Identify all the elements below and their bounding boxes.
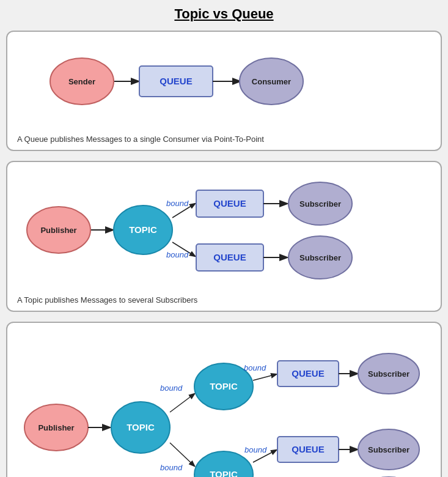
topic3-3-label: TOPIC <box>210 469 238 477</box>
svg-line-22 <box>253 374 276 380</box>
diagram1-box: Sender QUEUE Consumer A Queue publishes … <box>6 31 442 151</box>
bound3-2: bound <box>160 463 183 472</box>
topic2-label: TOPIC <box>129 224 157 235</box>
page-title: Topic vs Queue <box>6 6 442 22</box>
diagram2-box: Publisher TOPIC bound QUEUE Subscriber b… <box>6 161 442 312</box>
queue1-label: QUEUE <box>160 76 192 86</box>
queue3-1-label: QUEUE <box>292 368 324 379</box>
consumer-label: Consumer <box>252 77 291 86</box>
diagram3-svg: Publisher TOPIC bound bound TOPIC bound … <box>15 333 442 477</box>
queue3-2-label: QUEUE <box>292 444 324 454</box>
topic3-2-label: TOPIC <box>210 381 238 391</box>
svg-line-19 <box>170 394 194 412</box>
sender-label: Sender <box>68 77 95 86</box>
diagram1-svg: Sender QUEUE Consumer <box>15 42 430 127</box>
diagram3-box: Publisher TOPIC bound bound TOPIC bound … <box>6 322 442 477</box>
queue2-1-label: QUEUE <box>213 198 246 209</box>
topic3-1-label: TOPIC <box>127 422 155 432</box>
diagram2-caption: A Topic publishes Messages to several Su… <box>15 295 433 305</box>
bound3-1: bound <box>160 383 183 393</box>
diagram1-caption: A Queue publishes Messages to a single C… <box>15 135 433 144</box>
subscriber3-1-label: Subscriber <box>368 369 409 379</box>
bound2-1: bound <box>166 199 189 208</box>
diagram2-svg: Publisher TOPIC bound QUEUE Subscriber b… <box>15 172 430 288</box>
publisher3-label: Publisher <box>38 423 74 432</box>
bound3-4: bound <box>244 445 267 454</box>
bound2-2: bound <box>166 250 189 259</box>
queue2-2-label: QUEUE <box>213 252 246 262</box>
subscriber2-1-label: Subscriber <box>299 199 341 209</box>
subscriber2-2-label: Subscriber <box>299 253 341 262</box>
subscriber3-2-label: Subscriber <box>368 445 409 454</box>
bound3-3: bound <box>244 363 266 372</box>
publisher2-label: Publisher <box>40 226 76 235</box>
